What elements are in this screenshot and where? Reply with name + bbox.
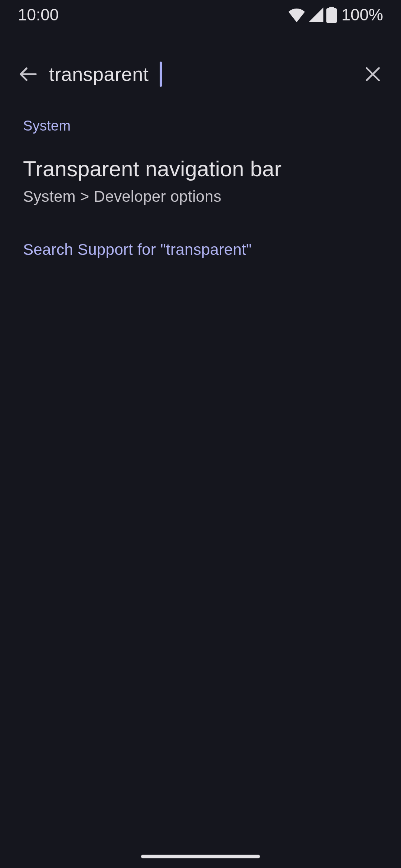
search-input-wrap — [46, 45, 355, 103]
search-bar — [0, 45, 401, 103]
svg-rect-1 — [329, 7, 334, 9]
back-button[interactable] — [10, 56, 46, 92]
result-path: System > Developer options — [23, 188, 378, 206]
arrow-left-icon — [18, 64, 38, 84]
battery-icon — [326, 7, 337, 23]
cellular-icon — [309, 7, 323, 22]
navigation-handle[interactable] — [141, 855, 260, 858]
wifi-icon — [288, 7, 306, 22]
search-results: System Transparent navigation bar System… — [0, 103, 401, 266]
status-time: 10:00 — [18, 6, 59, 24]
svg-rect-0 — [326, 8, 337, 23]
clear-button[interactable] — [355, 56, 391, 92]
close-icon — [363, 65, 382, 83]
search-support-link[interactable]: Search Support for "transparent" — [0, 222, 401, 266]
result-item[interactable]: Transparent navigation bar System > Deve… — [0, 141, 401, 222]
text-cursor — [160, 62, 162, 87]
section-header-system: System — [0, 103, 401, 141]
status-icons: 100% — [288, 6, 383, 24]
battery-text: 100% — [341, 6, 383, 24]
result-title: Transparent navigation bar — [23, 155, 378, 183]
search-input[interactable] — [49, 63, 355, 85]
status-bar: 10:00 100% — [0, 0, 401, 30]
